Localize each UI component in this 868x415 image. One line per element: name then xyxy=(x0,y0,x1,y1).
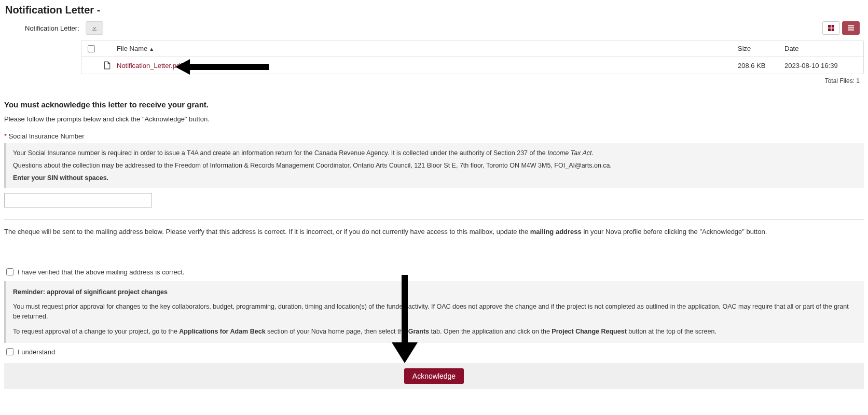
sin-info-box: Your Social Insurance number is required… xyxy=(4,143,864,188)
reminder-p3-d: Grants xyxy=(408,328,429,335)
verify-address-checkbox[interactable] xyxy=(6,268,13,275)
reminder-box: Reminder: approval of significant projec… xyxy=(4,281,864,343)
notification-letter-label: Notification Letter: xyxy=(25,24,79,32)
sin-info-p1-a: Your Social Insurance number is required… xyxy=(13,149,547,157)
verify-address-label: I have verified that the above mailing a… xyxy=(18,268,185,276)
reminder-p3-b: Applications for Adam Beck xyxy=(179,328,265,335)
file-table: File Name▲ Size Date Notification_Letter… xyxy=(81,40,864,74)
divider xyxy=(4,219,864,219)
understand-checkbox[interactable] xyxy=(6,348,13,355)
header-file-name-label: File Name xyxy=(117,45,147,52)
reminder-p3-e: tab. Open the application and click on t… xyxy=(429,328,552,335)
view-toggle xyxy=(822,21,864,35)
svg-rect-3 xyxy=(832,29,834,31)
sin-input[interactable] xyxy=(4,193,152,208)
mailing-para-a: The cheque will be sent to the mailing a… xyxy=(4,228,530,236)
grid-view-button[interactable] xyxy=(822,21,840,35)
sin-info-p1-b: . xyxy=(591,149,593,157)
reminder-p3: To request approval of a change to your … xyxy=(13,327,857,337)
download-button[interactable] xyxy=(86,21,103,35)
sin-field-label: * Social Insurance Number xyxy=(4,132,864,140)
sort-asc-icon: ▲ xyxy=(149,46,154,52)
top-row: Notification Letter: xyxy=(4,21,864,35)
ack-subtext: Please follow the prompts below and clic… xyxy=(4,115,864,123)
svg-rect-6 xyxy=(848,30,854,31)
list-icon xyxy=(847,24,855,32)
svg-rect-2 xyxy=(828,29,831,31)
header-size[interactable]: Size xyxy=(738,45,784,52)
svg-rect-5 xyxy=(848,27,854,29)
reminder-title: Reminder: approval of significant projec… xyxy=(13,287,857,297)
sin-label-text: Social Insurance Number xyxy=(9,132,85,140)
svg-rect-1 xyxy=(832,25,834,27)
reminder-p3-g: button at the top of the screen. xyxy=(627,328,717,335)
reminder-p3-a: To request approval of a change to your … xyxy=(13,328,179,335)
mailing-para-c: in your Nova profile before clicking the… xyxy=(582,228,767,236)
sin-info-p2: Questions about the collection may be ad… xyxy=(13,162,857,169)
file-date: 2023-08-10 16:39 xyxy=(784,62,857,70)
ack-heading: You must acknowledge this letter to rece… xyxy=(4,100,864,109)
acknowledge-button[interactable]: Acknowledge xyxy=(404,368,464,384)
acknowledge-bar: Acknowledge xyxy=(4,363,864,389)
select-all-checkbox[interactable] xyxy=(88,45,95,52)
header-date[interactable]: Date xyxy=(784,45,857,52)
page-title: Notification Letter - xyxy=(4,4,864,16)
sin-info-p3: Enter your SIN without spaces. xyxy=(13,174,857,182)
mailing-paragraph: The cheque will be sent to the mailing a… xyxy=(4,227,864,237)
reminder-p3-c: section of your Nova home page, then sel… xyxy=(266,328,408,335)
reminder-p2: You must request prior approval for chan… xyxy=(13,302,857,322)
file-size: 208.6 KB xyxy=(738,62,784,70)
svg-rect-0 xyxy=(828,25,831,27)
understand-row[interactable]: I understand xyxy=(6,348,864,356)
svg-rect-4 xyxy=(848,25,854,26)
mailing-para-b: mailing address xyxy=(530,228,582,236)
understand-label: I understand xyxy=(18,348,55,356)
file-pdf-icon xyxy=(103,61,111,70)
sin-info-p1: Your Social Insurance number is required… xyxy=(13,149,857,157)
file-link[interactable]: Notification_Letter.pdf xyxy=(117,62,182,70)
total-files: Total Files: 1 xyxy=(4,77,864,85)
download-icon xyxy=(91,24,98,32)
list-view-button[interactable] xyxy=(842,21,860,35)
reminder-p3-f: Project Change Request xyxy=(552,328,626,335)
table-header-row: File Name▲ Size Date xyxy=(81,40,863,57)
table-row: Notification_Letter.pdf 208.6 KB 2023-08… xyxy=(81,57,863,74)
required-star: * xyxy=(4,132,7,140)
sin-info-p1-em: Income Tax Act xyxy=(547,149,591,157)
verify-address-row[interactable]: I have verified that the above mailing a… xyxy=(6,268,864,276)
header-file-name[interactable]: File Name▲ xyxy=(117,45,738,52)
grid-icon xyxy=(827,24,835,32)
